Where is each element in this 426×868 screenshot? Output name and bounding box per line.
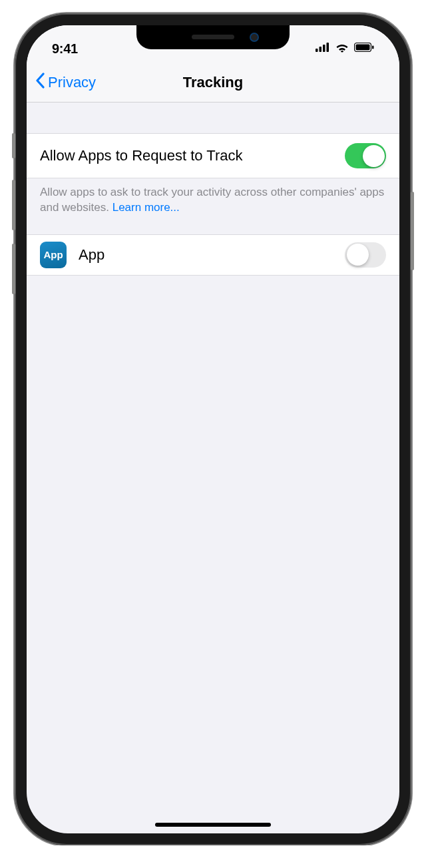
- allow-tracking-row: Allow Apps to Request to Track: [27, 133, 399, 178]
- back-button[interactable]: Privacy: [35, 73, 96, 93]
- svg-rect-5: [356, 45, 370, 51]
- svg-rect-1: [320, 47, 322, 52]
- allow-tracking-toggle[interactable]: [345, 143, 386, 168]
- home-indicator[interactable]: [155, 823, 271, 827]
- learn-more-link[interactable]: Learn more...: [112, 201, 180, 214]
- silence-switch: [12, 133, 15, 158]
- front-camera: [250, 33, 259, 42]
- back-label: Privacy: [48, 74, 96, 91]
- chevron-left-icon: [35, 73, 45, 93]
- screen: 9:41 Privacy Tracking: [27, 25, 399, 833]
- volume-up-button: [12, 180, 15, 230]
- allow-tracking-label: Allow Apps to Request to Track: [40, 147, 243, 164]
- status-time: 9:41: [52, 41, 78, 57]
- content-area: Allow Apps to Request to Track Allow app…: [27, 103, 399, 276]
- power-button: [411, 192, 414, 270]
- app-icon: App: [40, 242, 67, 268]
- volume-down-button: [12, 244, 15, 294]
- cellular-icon: [316, 43, 330, 55]
- app-tracking-toggle[interactable]: [345, 242, 386, 268]
- wifi-icon: [335, 43, 349, 55]
- section-footer: Allow apps to ask to track your activity…: [27, 178, 399, 234]
- app-name: App: [79, 246, 105, 264]
- footer-text: Allow apps to ask to track your activity…: [40, 186, 384, 214]
- speaker-grille: [192, 35, 234, 39]
- svg-rect-3: [327, 43, 329, 52]
- notch: [136, 25, 290, 49]
- battery-icon: [354, 43, 374, 55]
- app-row: AppApp: [27, 234, 399, 276]
- svg-rect-0: [316, 49, 318, 52]
- svg-rect-2: [323, 45, 325, 52]
- svg-rect-6: [372, 46, 374, 49]
- phone-frame: 9:41 Privacy Tracking: [15, 13, 411, 845]
- status-icons: [316, 43, 374, 55]
- nav-bar: Privacy Tracking: [27, 63, 399, 103]
